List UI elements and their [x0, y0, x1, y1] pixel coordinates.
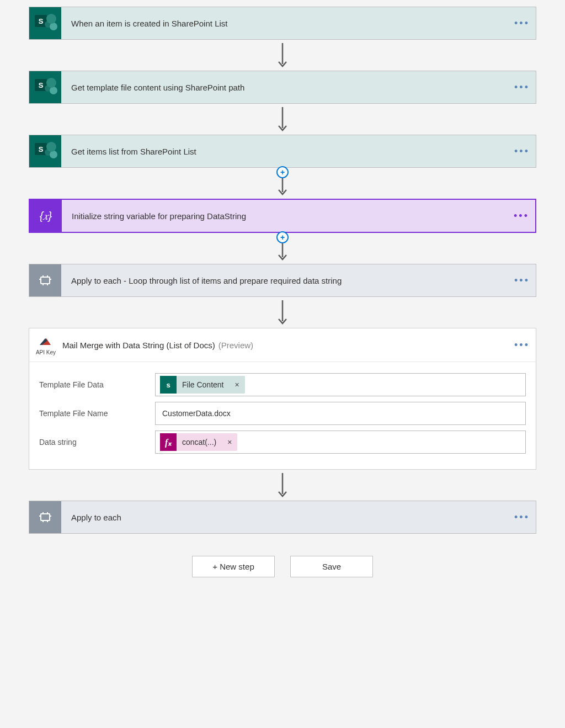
step-title: Get items list from SharePoint List	[61, 147, 508, 156]
dynamic-token-file-content[interactable]: s File Content ×	[160, 376, 245, 394]
card-title: Mail Merge with Data String (List of Doc…	[62, 341, 215, 350]
expression-token-concat[interactable]: fₓ concat(...) ×	[160, 433, 237, 451]
step-menu-button[interactable]: •••	[508, 275, 536, 286]
field-label: Template File Name	[39, 409, 155, 418]
field-input-template-file-data[interactable]: s File Content ×	[155, 373, 526, 396]
add-step-button[interactable]	[276, 231, 289, 243]
field-label: Template File Data	[39, 380, 155, 389]
step-title: Apply to each	[61, 513, 508, 522]
flow-arrow	[278, 104, 287, 135]
token-label: File Content	[177, 380, 229, 389]
flow-arrow	[278, 297, 287, 328]
flow-step-get-template[interactable]: Get template file content using SharePoi…	[29, 71, 536, 104]
add-step-button[interactable]	[276, 166, 289, 178]
step-menu-button[interactable]: •••	[508, 146, 536, 157]
variable-icon: {𝑥}	[30, 200, 62, 232]
loop-icon	[29, 501, 61, 533]
flow-step-apply-to-each[interactable]: Apply to each •••	[29, 501, 536, 534]
remove-token-button[interactable]: ×	[229, 380, 244, 389]
step-title: Get template file content using SharePoi…	[61, 83, 508, 92]
svg-rect-7	[41, 514, 50, 520]
step-title: Apply to each - Loop through list of ite…	[61, 276, 508, 285]
step-title: When an item is created in SharePoint Li…	[61, 19, 508, 28]
flow-step-initialize-variable[interactable]: {𝑥} Initialize string variable for prepa…	[29, 199, 536, 233]
form-row-template-file-data: Template File Data s File Content ×	[39, 373, 526, 396]
step-title: Initialize string variable for preparing…	[62, 211, 508, 221]
preview-label: (Preview)	[218, 341, 253, 350]
card-header[interactable]: API Key Mail Merge with Data String (Lis…	[29, 328, 536, 362]
footer-buttons: + New step Save	[192, 556, 373, 577]
form-row-data-string: Data string fₓ concat(...) ×	[39, 431, 526, 454]
field-input-template-file-name[interactable]: CustomerData.docx	[155, 402, 526, 425]
field-label: Data string	[39, 438, 155, 447]
token-label: concat(...)	[177, 438, 222, 447]
flow-step-apply-to-each-prepare[interactable]: Apply to each - Loop through list of ite…	[29, 264, 536, 297]
card-body: Template File Data s File Content × Temp…	[29, 362, 536, 469]
step-menu-button[interactable]: •••	[508, 339, 536, 351]
flow-arrow	[278, 470, 287, 501]
step-menu-button[interactable]: •••	[508, 512, 536, 523]
field-input-data-string[interactable]: fₓ concat(...) ×	[155, 431, 526, 454]
sharepoint-icon	[29, 135, 61, 167]
fx-icon: fₓ	[160, 433, 177, 451]
svg-rect-4	[41, 277, 50, 284]
flow-step-get-items[interactable]: Get items list from SharePoint List •••	[29, 135, 536, 168]
sharepoint-icon	[29, 71, 61, 103]
save-button[interactable]: Save	[290, 556, 373, 577]
flow-step-mail-merge[interactable]: API Key Mail Merge with Data String (Lis…	[29, 328, 536, 470]
new-step-button[interactable]: + New step	[192, 556, 275, 577]
sharepoint-icon: s	[160, 376, 177, 394]
flow-arrow	[278, 233, 287, 264]
step-menu-button[interactable]: •••	[508, 18, 536, 29]
sharepoint-icon	[29, 7, 61, 39]
loop-icon	[29, 264, 61, 296]
remove-token-button[interactable]: ×	[222, 438, 237, 447]
flow-arrow	[278, 40, 287, 71]
step-menu-button[interactable]: •••	[508, 210, 535, 222]
flow-step-trigger[interactable]: When an item is created in SharePoint Li…	[29, 7, 536, 40]
flow-arrow	[278, 168, 287, 199]
api-key-icon: API Key	[29, 328, 62, 362]
step-menu-button[interactable]: •••	[508, 82, 536, 93]
form-row-template-file-name: Template File Name CustomerData.docx	[39, 402, 526, 425]
